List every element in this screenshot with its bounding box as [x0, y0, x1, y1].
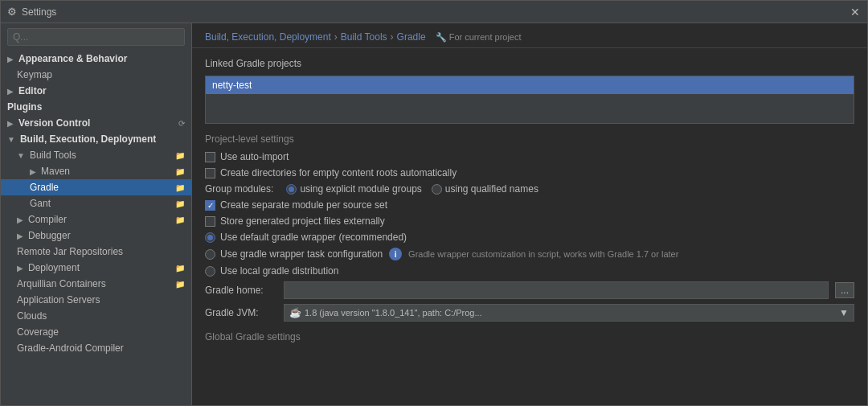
sidebar-item-label: Appearance & Behavior [18, 53, 127, 64]
sidebar-item-label: Remote Jar Repositories [17, 246, 123, 257]
sidebar-item-label: Keymap [17, 69, 52, 80]
gradle-jvm-row: Gradle JVM: ☕ 1.8 (java version "1.8.0_1… [205, 304, 854, 322]
sidebar-item-label: Debugger [28, 230, 71, 241]
sidebar-item-label: Build, Execution, Deployment [20, 133, 156, 145]
use-wrapper-task-radio[interactable] [205, 249, 215, 260]
sidebar-item-version-control[interactable]: ▶ Version Control ⟳ [1, 115, 191, 131]
folder-icon: 📁 [175, 280, 185, 289]
sidebar-item-arquillian-containers[interactable]: Arquillian Containers 📁 [1, 276, 191, 292]
use-auto-import-label[interactable]: Use auto-import [205, 151, 289, 162]
sidebar-item-label: Plugins [7, 101, 42, 113]
main-content: ▶ Appearance & Behavior Keymap ▶ Editor … [1, 23, 867, 405]
use-auto-import-checkbox[interactable] [205, 152, 215, 162]
title-bar: ⚙ Settings ✕ [1, 1, 867, 23]
linked-projects-box: netty-test [205, 76, 854, 124]
use-auto-import-row: Use auto-import [205, 151, 854, 162]
store-generated-label[interactable]: Store generated project files externally [205, 215, 385, 227]
arrow-icon: ▶ [7, 119, 14, 128]
use-local-distribution-radio[interactable] [205, 266, 215, 277]
sidebar-item-gant[interactable]: Gant 📁 [1, 195, 191, 211]
breadcrumb-part-2: Build Tools [341, 31, 387, 43]
use-default-wrapper-label[interactable]: Use default gradle wrapper (recommended) [205, 232, 407, 243]
sidebar-item-label: Coverage [17, 326, 59, 338]
using-explicit-option[interactable]: using explicit module groups [286, 183, 421, 195]
create-dirs-label[interactable]: Create directories for empty content roo… [205, 167, 457, 178]
gradle-home-row: Gradle home: ... [205, 281, 854, 299]
sidebar-item-build-tools[interactable]: ▼ Build Tools 📁 [1, 147, 191, 163]
settings-icon: ⚙ [7, 6, 17, 18]
sidebar-item-label: Gradle [30, 182, 59, 193]
folder-icon: 📁 [175, 183, 185, 192]
gradle-home-browse-button[interactable]: ... [835, 282, 854, 298]
sidebar-item-coverage[interactable]: Coverage [1, 324, 191, 340]
use-default-wrapper-radio[interactable] [205, 232, 215, 243]
sidebar-item-label: Application Servers [17, 294, 100, 306]
search-input[interactable] [7, 28, 185, 46]
create-separate-module-label[interactable]: ✓ Create separate module per source set [205, 199, 387, 211]
group-modules-label: Group modules: [205, 183, 273, 195]
search-box [1, 23, 191, 51]
gradle-home-label: Gradle home: [205, 285, 277, 296]
use-default-wrapper-text: Use default gradle wrapper (recommended) [220, 232, 407, 243]
sidebar-item-deployment[interactable]: ▶ Deployment 📁 [1, 260, 191, 276]
using-qualified-radio[interactable] [432, 184, 442, 195]
breadcrumb: Build, Execution, Deployment › Build Too… [192, 23, 867, 48]
breadcrumb-sep-2: › [391, 31, 394, 43]
arrow-icon: ▶ [17, 264, 23, 273]
create-separate-module-checkbox[interactable]: ✓ [205, 200, 215, 211]
sidebar-item-label: Build Tools [30, 150, 76, 161]
create-dirs-text: Create directories for empty content roo… [220, 167, 457, 178]
create-dirs-row: Create directories for empty content roo… [205, 167, 854, 178]
sidebar-item-clouds[interactable]: Clouds [1, 308, 191, 324]
use-default-wrapper-row: Use default gradle wrapper (recommended) [205, 232, 854, 243]
sidebar-item-keymap[interactable]: Keymap [1, 67, 191, 83]
using-qualified-option[interactable]: using qualified names [432, 183, 538, 195]
arrow-icon: ▶ [17, 215, 23, 224]
arrow-icon: ▼ [17, 151, 25, 160]
sidebar-item-editor[interactable]: ▶ Editor [1, 83, 191, 99]
close-button[interactable]: ✕ [850, 6, 861, 18]
sidebar-item-gradle-android-compiler[interactable]: Gradle-Android Compiler [1, 340, 191, 356]
sidebar-item-debugger[interactable]: ▶ Debugger [1, 228, 191, 244]
sidebar-item-label: Editor [18, 85, 47, 96]
window-title: Settings [22, 6, 850, 18]
folder-icon: 📁 [175, 199, 185, 208]
folder-icon: 📁 [175, 264, 185, 273]
right-panel: Build, Execution, Deployment › Build Too… [192, 23, 867, 405]
sidebar-item-label: Version Control [18, 117, 90, 129]
sidebar-item-label: Compiler [28, 214, 67, 225]
breadcrumb-sep-1: › [334, 31, 338, 43]
sidebar-item-maven[interactable]: ▶ Maven 📁 [1, 163, 191, 179]
arrow-icon: ▶ [30, 167, 36, 176]
settings-window: ⚙ Settings ✕ ▶ Appearance & Behavior Key… [0, 0, 868, 406]
store-generated-row: Store generated project files externally [205, 215, 854, 227]
linked-project-item[interactable]: netty-test [206, 76, 854, 94]
project-icon: 🔧 [436, 32, 447, 42]
use-auto-import-text: Use auto-import [220, 151, 289, 162]
create-separate-module-text: Create separate module per source set [220, 199, 387, 211]
sidebar-item-appearance-behavior[interactable]: ▶ Appearance & Behavior [1, 51, 191, 67]
using-qualified-label: using qualified names [445, 183, 538, 195]
using-explicit-radio[interactable] [286, 184, 297, 195]
store-generated-checkbox[interactable] [205, 216, 215, 227]
sidebar-item-plugins[interactable]: Plugins [1, 99, 191, 115]
use-wrapper-task-label[interactable]: Use gradle wrapper task configuration [205, 248, 383, 260]
use-local-distribution-label[interactable]: Use local gradle distribution [205, 265, 338, 277]
create-dirs-checkbox[interactable] [205, 168, 215, 178]
store-generated-text: Store generated project files externally [220, 215, 385, 227]
wrapper-info-text: Gradle wrapper customization in script, … [408, 249, 678, 259]
gradle-jvm-select[interactable]: ☕ 1.8 (java version "1.8.0_141", path: C… [284, 304, 854, 322]
sidebar-item-remote-jar-repositories[interactable]: Remote Jar Repositories [1, 244, 191, 260]
gradle-jvm-value: 1.8 (java version "1.8.0_141", path: C:/… [305, 308, 482, 318]
sidebar-item-compiler[interactable]: ▶ Compiler 📁 [1, 211, 191, 228]
folder-icon: 📁 [175, 167, 185, 176]
project-level-settings-title: Project-level settings [205, 133, 854, 145]
sidebar-item-build-execution-deployment[interactable]: ▼ Build, Execution, Deployment [1, 131, 191, 147]
linked-projects-title: Linked Gradle projects [205, 58, 854, 69]
gradle-home-input[interactable] [284, 281, 829, 299]
jvm-icon: ☕ [289, 307, 301, 318]
use-wrapper-task-text: Use gradle wrapper task configuration [220, 248, 383, 260]
sidebar-item-application-servers[interactable]: Application Servers [1, 292, 191, 308]
sidebar-item-label: Deployment [28, 262, 80, 273]
sidebar-item-gradle[interactable]: Gradle 📁 [1, 179, 191, 195]
